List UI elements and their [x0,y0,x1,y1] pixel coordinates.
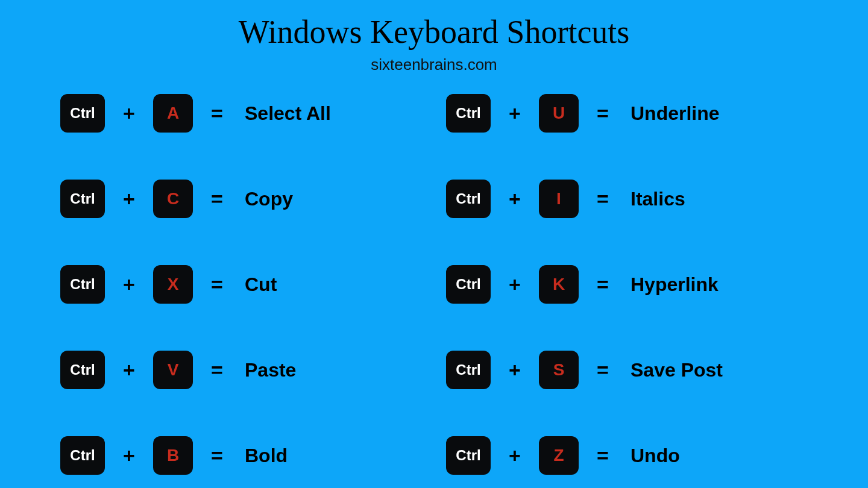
shortcut-row: Ctrl + X = Cut [60,263,422,305]
equals-symbol: = [594,102,611,125]
shortcut-row: Ctrl + Z = Undo [446,434,808,477]
plus-symbol: + [121,273,137,296]
ctrl-key: Ctrl [60,436,105,475]
plus-symbol: + [506,102,523,125]
letter-key: B [153,436,193,475]
plus-symbol: + [121,444,137,468]
equals-symbol: = [594,273,611,296]
ctrl-key: Ctrl [446,436,491,475]
action-label: Save Post [631,359,723,381]
letter-key: X [153,265,193,304]
shortcut-row: Ctrl + S = Save Post [446,349,808,391]
shortcut-row: Ctrl + V = Paste [60,349,422,391]
shortcut-row: Ctrl + A = Select All [60,92,422,134]
letter-key: K [539,265,579,304]
action-label: Hyperlink [631,274,719,296]
ctrl-key: Ctrl [60,94,105,133]
action-label: Undo [631,445,680,467]
equals-symbol: = [209,358,225,382]
ctrl-key: Ctrl [446,351,491,389]
action-label: Underline [631,102,720,125]
action-label: Copy [245,188,293,210]
shortcut-grid: Ctrl + A = Select All Ctrl + U = Underli… [0,80,868,477]
letter-key: A [153,94,193,133]
equals-symbol: = [594,187,611,211]
action-label: Cut [245,274,277,296]
ctrl-key: Ctrl [446,265,491,304]
plus-symbol: + [506,358,523,382]
letter-key: U [539,94,579,133]
equals-symbol: = [594,444,611,468]
ctrl-key: Ctrl [60,265,105,304]
letter-key: S [539,351,579,389]
equals-symbol: = [209,444,225,468]
action-label: Paste [245,359,296,381]
action-label: Italics [631,188,685,210]
letter-key: I [539,180,579,218]
ctrl-key: Ctrl [446,94,491,133]
page-title: Windows Keyboard Shortcuts [0,0,868,51]
equals-symbol: = [209,102,225,125]
equals-symbol: = [209,273,225,296]
action-label: Bold [245,445,288,467]
shortcut-row: Ctrl + U = Underline [446,92,808,134]
letter-key: C [153,180,193,218]
plus-symbol: + [506,187,523,211]
action-label: Select All [245,102,331,125]
letter-key: V [153,351,193,389]
shortcut-row: Ctrl + I = Italics [446,178,808,220]
letter-key: Z [539,436,579,475]
shortcut-row: Ctrl + C = Copy [60,178,422,220]
shortcut-row: Ctrl + K = Hyperlink [446,263,808,305]
ctrl-key: Ctrl [60,180,105,218]
plus-symbol: + [506,273,523,296]
ctrl-key: Ctrl [60,351,105,389]
plus-symbol: + [121,358,137,382]
equals-symbol: = [209,187,225,211]
ctrl-key: Ctrl [446,180,491,218]
plus-symbol: + [121,187,137,211]
equals-symbol: = [594,358,611,382]
plus-symbol: + [121,102,137,125]
page-subtitle: sixteenbrains.com [0,55,868,74]
plus-symbol: + [506,444,523,468]
shortcut-row: Ctrl + B = Bold [60,434,422,477]
